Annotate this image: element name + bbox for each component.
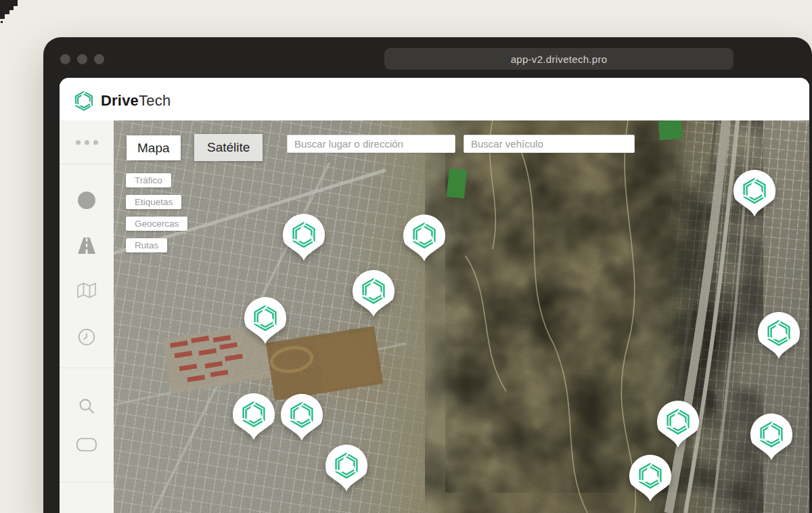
sidebar-item-status[interactable]	[60, 192, 114, 209]
vehicle-pin[interactable]	[283, 214, 325, 261]
sidebar-divider	[60, 164, 114, 164]
vehicle-pin[interactable]	[233, 393, 275, 441]
drivetech-logo-icon	[72, 89, 95, 112]
sidebar-divider	[60, 367, 114, 368]
vehicle-pin[interactable]	[734, 170, 775, 217]
app-body: Mapa Satélite Tráfico Etiquetas Geocerca…	[60, 120, 809, 513]
app-window: DriveTech	[60, 78, 809, 513]
layer-button-trafico[interactable]: Tráfico	[126, 173, 171, 187]
browser-window-frame: app-v2.drivetech.pro DriveTech	[43, 37, 812, 513]
address-bar[interactable]: app-v2.drivetech.pro	[384, 48, 734, 70]
sidebar-item-search[interactable]	[60, 397, 114, 416]
address-bar-url: app-v2.drivetech.pro	[511, 53, 608, 65]
layer-buttons: Tráfico Etiquetas Geocercas Rutas	[126, 173, 187, 252]
folded-map-icon	[76, 282, 97, 299]
logo-text-bold: Drive	[101, 92, 139, 109]
vehicle-pin-marker-icon	[325, 445, 367, 492]
map-type-label: Mapa	[137, 141, 170, 156]
status-circle-icon	[78, 192, 95, 209]
vehicle-pin[interactable]	[750, 414, 792, 461]
vehicle-pin[interactable]	[325, 445, 367, 492]
window-close-button[interactable]	[60, 54, 70, 64]
vehicle-pin-marker-icon	[281, 394, 323, 441]
menu-ellipsis-icon	[76, 140, 98, 145]
history-clock-icon	[77, 328, 96, 347]
window-minimize-button[interactable]	[77, 54, 87, 64]
window-maximize-button[interactable]	[94, 54, 104, 64]
vehicle-pin[interactable]	[657, 401, 699, 448]
vehicle-pin-marker-icon	[403, 215, 445, 262]
layer-button-geocercas[interactable]: Geocercas	[126, 217, 187, 231]
vehicle-pin-marker-icon	[750, 414, 792, 461]
drivetech-logo-text: DriveTech	[101, 92, 171, 110]
vehicle-pin-marker-icon	[244, 297, 286, 344]
vehicle-pin[interactable]	[353, 270, 394, 317]
app-header: DriveTech	[60, 78, 809, 120]
vehicle-pin-marker-icon	[734, 170, 775, 217]
vehicle-pin-marker-icon	[758, 312, 800, 359]
pixel-dot-decoration	[1, 21, 3, 23]
layer-button-rutas[interactable]: Rutas	[126, 238, 167, 252]
vehicle-pin[interactable]	[629, 455, 671, 502]
map-type-button-satelite[interactable]: Satélite	[194, 134, 263, 161]
map-type-button-mapa[interactable]: Mapa	[127, 135, 181, 160]
map-canvas[interactable]: Mapa Satélite Tráfico Etiquetas Geocerca…	[114, 120, 809, 513]
pixel-stair-decoration	[0, 0, 18, 19]
vehicle-pin[interactable]	[244, 297, 286, 344]
sidebar	[60, 120, 114, 513]
vehicle-pin-marker-icon	[283, 214, 325, 261]
vehicle-pin-marker-icon	[629, 455, 671, 502]
search-vehicle-input[interactable]	[464, 135, 635, 153]
window-controls	[60, 54, 104, 64]
vehicle-pin-marker-icon	[233, 393, 275, 441]
drivetech-logo[interactable]: DriveTech	[72, 89, 171, 112]
sidebar-item-routes[interactable]	[60, 236, 114, 254]
vehicle-pin[interactable]	[403, 215, 445, 262]
vehicle-pin-marker-icon	[657, 401, 699, 448]
map-type-label: Satélite	[207, 140, 250, 155]
logo-text-light: Tech	[139, 92, 171, 109]
road-icon	[77, 236, 96, 254]
sidebar-item-history[interactable]	[60, 328, 114, 347]
search-icon	[77, 397, 96, 416]
vehicle-pin-marker-icon	[353, 270, 394, 317]
sidebar-item-map[interactable]	[60, 282, 114, 299]
search-place-input[interactable]	[287, 135, 455, 153]
sidebar-item-panel[interactable]	[60, 434, 114, 455]
pin-layer	[114, 120, 809, 513]
sidebar-divider	[60, 482, 114, 483]
vehicle-pin[interactable]	[758, 312, 800, 359]
screenshot-stage: app-v2.drivetech.pro DriveTech	[0, 0, 812, 513]
vehicle-pin[interactable]	[281, 394, 323, 441]
sidebar-menu-button[interactable]	[60, 140, 114, 145]
window-panel-icon	[75, 434, 98, 455]
layer-button-etiquetas[interactable]: Etiquetas	[126, 195, 181, 209]
